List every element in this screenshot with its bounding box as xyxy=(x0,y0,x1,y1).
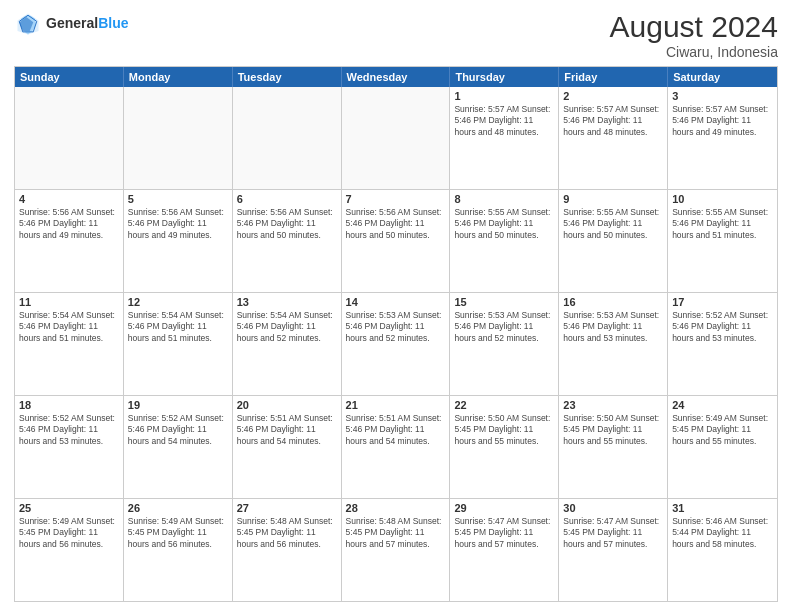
cell-info: Sunrise: 5:57 AM Sunset: 5:46 PM Dayligh… xyxy=(672,104,773,138)
calendar-row: 1Sunrise: 5:57 AM Sunset: 5:46 PM Daylig… xyxy=(15,87,777,190)
title-block: August 2024 Ciwaru, Indonesia xyxy=(610,10,778,60)
day-number: 21 xyxy=(346,399,446,411)
calendar-cell xyxy=(233,87,342,189)
day-number: 15 xyxy=(454,296,554,308)
cell-info: Sunrise: 5:49 AM Sunset: 5:45 PM Dayligh… xyxy=(128,516,228,550)
calendar-cell: 5Sunrise: 5:56 AM Sunset: 5:46 PM Daylig… xyxy=(124,190,233,292)
calendar-header-cell: Saturday xyxy=(668,67,777,87)
calendar-cell: 25Sunrise: 5:49 AM Sunset: 5:45 PM Dayli… xyxy=(15,499,124,601)
cell-info: Sunrise: 5:52 AM Sunset: 5:46 PM Dayligh… xyxy=(19,413,119,447)
calendar-cell xyxy=(342,87,451,189)
day-number: 6 xyxy=(237,193,337,205)
day-number: 4 xyxy=(19,193,119,205)
cell-info: Sunrise: 5:57 AM Sunset: 5:46 PM Dayligh… xyxy=(563,104,663,138)
calendar-cell: 11Sunrise: 5:54 AM Sunset: 5:46 PM Dayli… xyxy=(15,293,124,395)
day-number: 22 xyxy=(454,399,554,411)
calendar-header-cell: Thursday xyxy=(450,67,559,87)
day-number: 26 xyxy=(128,502,228,514)
calendar-header-cell: Sunday xyxy=(15,67,124,87)
calendar-cell: 2Sunrise: 5:57 AM Sunset: 5:46 PM Daylig… xyxy=(559,87,668,189)
calendar-row: 25Sunrise: 5:49 AM Sunset: 5:45 PM Dayli… xyxy=(15,499,777,601)
cell-info: Sunrise: 5:47 AM Sunset: 5:45 PM Dayligh… xyxy=(454,516,554,550)
day-number: 17 xyxy=(672,296,773,308)
cell-info: Sunrise: 5:47 AM Sunset: 5:45 PM Dayligh… xyxy=(563,516,663,550)
cell-info: Sunrise: 5:53 AM Sunset: 5:46 PM Dayligh… xyxy=(454,310,554,344)
day-number: 10 xyxy=(672,193,773,205)
calendar-cell: 6Sunrise: 5:56 AM Sunset: 5:46 PM Daylig… xyxy=(233,190,342,292)
cell-info: Sunrise: 5:49 AM Sunset: 5:45 PM Dayligh… xyxy=(672,413,773,447)
calendar-cell: 22Sunrise: 5:50 AM Sunset: 5:45 PM Dayli… xyxy=(450,396,559,498)
day-number: 20 xyxy=(237,399,337,411)
logo-text: GeneralBlue xyxy=(46,16,128,31)
day-number: 3 xyxy=(672,90,773,102)
cell-info: Sunrise: 5:55 AM Sunset: 5:46 PM Dayligh… xyxy=(454,207,554,241)
day-number: 5 xyxy=(128,193,228,205)
day-number: 23 xyxy=(563,399,663,411)
day-number: 18 xyxy=(19,399,119,411)
calendar-cell: 8Sunrise: 5:55 AM Sunset: 5:46 PM Daylig… xyxy=(450,190,559,292)
main-title: August 2024 xyxy=(610,10,778,44)
cell-info: Sunrise: 5:53 AM Sunset: 5:46 PM Dayligh… xyxy=(563,310,663,344)
cell-info: Sunrise: 5:55 AM Sunset: 5:46 PM Dayligh… xyxy=(672,207,773,241)
day-number: 7 xyxy=(346,193,446,205)
day-number: 16 xyxy=(563,296,663,308)
calendar-cell: 18Sunrise: 5:52 AM Sunset: 5:46 PM Dayli… xyxy=(15,396,124,498)
cell-info: Sunrise: 5:50 AM Sunset: 5:45 PM Dayligh… xyxy=(454,413,554,447)
logo: GeneralBlue xyxy=(14,10,128,38)
calendar-cell: 12Sunrise: 5:54 AM Sunset: 5:46 PM Dayli… xyxy=(124,293,233,395)
calendar-cell: 15Sunrise: 5:53 AM Sunset: 5:46 PM Dayli… xyxy=(450,293,559,395)
calendar-header-cell: Friday xyxy=(559,67,668,87)
cell-info: Sunrise: 5:46 AM Sunset: 5:44 PM Dayligh… xyxy=(672,516,773,550)
calendar-cell: 29Sunrise: 5:47 AM Sunset: 5:45 PM Dayli… xyxy=(450,499,559,601)
day-number: 29 xyxy=(454,502,554,514)
calendar-cell: 31Sunrise: 5:46 AM Sunset: 5:44 PM Dayli… xyxy=(668,499,777,601)
cell-info: Sunrise: 5:49 AM Sunset: 5:45 PM Dayligh… xyxy=(19,516,119,550)
calendar-cell: 3Sunrise: 5:57 AM Sunset: 5:46 PM Daylig… xyxy=(668,87,777,189)
day-number: 8 xyxy=(454,193,554,205)
logo-icon xyxy=(14,10,42,38)
cell-info: Sunrise: 5:57 AM Sunset: 5:46 PM Dayligh… xyxy=(454,104,554,138)
day-number: 11 xyxy=(19,296,119,308)
calendar-cell: 20Sunrise: 5:51 AM Sunset: 5:46 PM Dayli… xyxy=(233,396,342,498)
calendar-row: 11Sunrise: 5:54 AM Sunset: 5:46 PM Dayli… xyxy=(15,293,777,396)
calendar-cell: 30Sunrise: 5:47 AM Sunset: 5:45 PM Dayli… xyxy=(559,499,668,601)
calendar-row: 18Sunrise: 5:52 AM Sunset: 5:46 PM Dayli… xyxy=(15,396,777,499)
cell-info: Sunrise: 5:52 AM Sunset: 5:46 PM Dayligh… xyxy=(128,413,228,447)
calendar-cell: 21Sunrise: 5:51 AM Sunset: 5:46 PM Dayli… xyxy=(342,396,451,498)
cell-info: Sunrise: 5:48 AM Sunset: 5:45 PM Dayligh… xyxy=(237,516,337,550)
calendar-cell: 23Sunrise: 5:50 AM Sunset: 5:45 PM Dayli… xyxy=(559,396,668,498)
day-number: 19 xyxy=(128,399,228,411)
day-number: 14 xyxy=(346,296,446,308)
cell-info: Sunrise: 5:52 AM Sunset: 5:46 PM Dayligh… xyxy=(672,310,773,344)
cell-info: Sunrise: 5:54 AM Sunset: 5:46 PM Dayligh… xyxy=(237,310,337,344)
calendar-cell: 28Sunrise: 5:48 AM Sunset: 5:45 PM Dayli… xyxy=(342,499,451,601)
logo-text-block: GeneralBlue xyxy=(46,16,128,31)
calendar-cell: 10Sunrise: 5:55 AM Sunset: 5:46 PM Dayli… xyxy=(668,190,777,292)
cell-info: Sunrise: 5:56 AM Sunset: 5:46 PM Dayligh… xyxy=(346,207,446,241)
header: GeneralBlue August 2024 Ciwaru, Indonesi… xyxy=(14,10,778,60)
calendar: SundayMondayTuesdayWednesdayThursdayFrid… xyxy=(14,66,778,602)
calendar-body: 1Sunrise: 5:57 AM Sunset: 5:46 PM Daylig… xyxy=(15,87,777,601)
calendar-header: SundayMondayTuesdayWednesdayThursdayFrid… xyxy=(15,67,777,87)
calendar-cell: 13Sunrise: 5:54 AM Sunset: 5:46 PM Dayli… xyxy=(233,293,342,395)
calendar-cell: 17Sunrise: 5:52 AM Sunset: 5:46 PM Dayli… xyxy=(668,293,777,395)
day-number: 1 xyxy=(454,90,554,102)
day-number: 25 xyxy=(19,502,119,514)
day-number: 27 xyxy=(237,502,337,514)
calendar-cell: 14Sunrise: 5:53 AM Sunset: 5:46 PM Dayli… xyxy=(342,293,451,395)
calendar-cell xyxy=(124,87,233,189)
cell-info: Sunrise: 5:51 AM Sunset: 5:46 PM Dayligh… xyxy=(237,413,337,447)
day-number: 30 xyxy=(563,502,663,514)
calendar-header-cell: Monday xyxy=(124,67,233,87)
calendar-cell: 16Sunrise: 5:53 AM Sunset: 5:46 PM Dayli… xyxy=(559,293,668,395)
cell-info: Sunrise: 5:56 AM Sunset: 5:46 PM Dayligh… xyxy=(19,207,119,241)
calendar-cell: 4Sunrise: 5:56 AM Sunset: 5:46 PM Daylig… xyxy=(15,190,124,292)
day-number: 12 xyxy=(128,296,228,308)
calendar-header-cell: Wednesday xyxy=(342,67,451,87)
calendar-cell: 7Sunrise: 5:56 AM Sunset: 5:46 PM Daylig… xyxy=(342,190,451,292)
cell-info: Sunrise: 5:56 AM Sunset: 5:46 PM Dayligh… xyxy=(128,207,228,241)
calendar-cell xyxy=(15,87,124,189)
calendar-cell: 27Sunrise: 5:48 AM Sunset: 5:45 PM Dayli… xyxy=(233,499,342,601)
calendar-row: 4Sunrise: 5:56 AM Sunset: 5:46 PM Daylig… xyxy=(15,190,777,293)
day-number: 2 xyxy=(563,90,663,102)
